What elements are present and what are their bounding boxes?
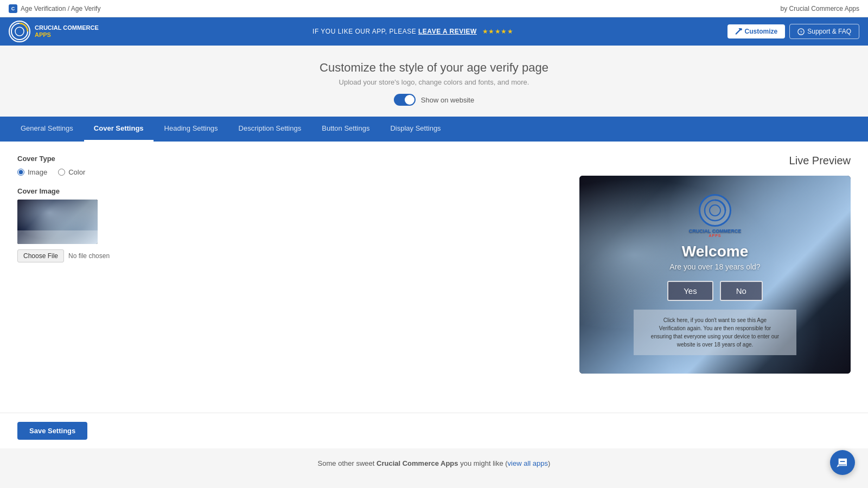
system-bar: C Age Verification / Age Verify by Cruci…: [0, 0, 868, 17]
bottom-bar: Save Settings: [0, 413, 868, 448]
no-file-text: No file chosen: [68, 252, 110, 260]
app-icon: C: [9, 4, 17, 13]
live-preview-title: Live Preview: [245, 155, 851, 167]
top-nav: CRUCIAL COMMERCE APPS IF YOU LIKE OUR AP…: [0, 17, 868, 46]
preview-no-button[interactable]: No: [720, 281, 763, 301]
svg-text:?: ?: [800, 29, 803, 34]
svg-point-5: [710, 205, 720, 216]
by-text: by Crucial Commerce Apps: [781, 5, 859, 12]
tab-general[interactable]: General Settings: [11, 117, 83, 142]
preview-logo-line1: CRUCIAL COMMERCE: [689, 229, 741, 234]
tab-button[interactable]: Button Settings: [312, 117, 379, 142]
cover-type-radio-group: Image Color: [17, 168, 224, 176]
toggle-row: Show on website: [9, 94, 859, 106]
preview-subheading: Are you over 18 years old?: [669, 262, 760, 271]
view-all-apps-link[interactable]: view all apps: [508, 459, 548, 467]
tab-display[interactable]: Display Settings: [380, 117, 450, 142]
toggle-label: Show on website: [421, 96, 474, 104]
choose-file-button[interactable]: Choose File: [17, 249, 64, 262]
smoke-image: [17, 200, 98, 244]
preview-logo-svg: [703, 198, 727, 222]
preview-container: CRUCIAL COMMERCE APPS Welcome Are you ov…: [579, 176, 851, 374]
footer-mid: you might like: [460, 459, 503, 467]
chat-bubble-button[interactable]: [830, 450, 855, 475]
preview-logo: CRUCIAL COMMERCE APPS: [689, 194, 741, 238]
breadcrumb: Age Verification / Age Verify: [21, 5, 100, 12]
radio-image-input[interactable]: [17, 169, 24, 176]
file-input-row: Choose File No file chosen: [17, 249, 224, 262]
support-button[interactable]: ? Support & FAQ: [789, 24, 859, 39]
preview-logo-line2: APPS: [689, 234, 741, 237]
page-header: Customize the style of your age verify p…: [0, 46, 868, 117]
logo-area: CRUCIAL COMMERCE APPS: [9, 21, 99, 42]
svg-rect-6: [840, 461, 845, 462]
preview-buttons: Yes No: [667, 281, 763, 301]
page-footer: Some other sweet Crucial Commerce Apps y…: [0, 448, 868, 478]
footer-brand: Crucial Commerce Apps: [376, 459, 458, 467]
tab-bar: General Settings Cover Settings Heading …: [0, 117, 868, 142]
cover-image-preview: [17, 200, 98, 244]
logo-svg: [10, 22, 29, 41]
breadcrumb-area: C Age Verification / Age Verify: [9, 4, 100, 13]
preview-heading: Welcome: [682, 243, 748, 260]
save-settings-button[interactable]: Save Settings: [17, 422, 87, 440]
show-on-website-toggle[interactable]: [394, 94, 416, 106]
star-rating: ★★★★★: [482, 28, 514, 35]
logo-circle: [9, 21, 30, 42]
cover-image-section: Cover Image Choose File No file chosen: [17, 187, 224, 262]
radio-image-option[interactable]: Image: [17, 168, 47, 176]
chat-icon: [837, 457, 848, 468]
radio-color-input[interactable]: [58, 169, 65, 176]
left-panel: Cover Type Image Color Cover Image Choos…: [17, 155, 224, 400]
preview-overlay: CRUCIAL COMMERCE APPS Welcome Are you ov…: [579, 176, 851, 374]
footer-text: Some other sweet: [318, 459, 375, 467]
page-subtitle: Upload your store's logo, change colors …: [9, 78, 859, 86]
nav-banner: IF YOU LIKE OUR APP, PLEASE LEAVE A REVI…: [312, 28, 513, 35]
customize-button[interactable]: Customize: [727, 24, 786, 38]
svg-point-1: [15, 27, 24, 36]
nav-actions: Customize ? Support & FAQ: [727, 24, 859, 39]
page-title: Customize the style of your age verify p…: [9, 61, 859, 75]
preview-logo-circle: [699, 194, 731, 227]
tab-cover[interactable]: Cover Settings: [84, 117, 154, 142]
cover-type-label: Cover Type: [17, 155, 224, 163]
tab-description[interactable]: Description Settings: [229, 117, 311, 142]
customize-icon: [735, 28, 742, 35]
cover-image-label: Cover Image: [17, 187, 224, 195]
preview-yes-button[interactable]: Yes: [667, 281, 713, 301]
cover-type-section: Cover Type Image Color: [17, 155, 224, 176]
preview-footer-text: Click here, if you don't want to see thi…: [634, 310, 796, 355]
radio-color-option[interactable]: Color: [58, 168, 85, 176]
right-panel: Live Preview CRUCIAL COMMERCE APPS: [245, 155, 851, 400]
support-icon: ?: [797, 28, 805, 35]
tab-heading[interactable]: Heading Settings: [155, 117, 228, 142]
leave-review-link[interactable]: LEAVE A REVIEW: [418, 28, 477, 35]
logo-text: CRUCIAL COMMERCE APPS: [35, 24, 99, 38]
main-content: Cover Type Image Color Cover Image Choos…: [0, 142, 868, 413]
